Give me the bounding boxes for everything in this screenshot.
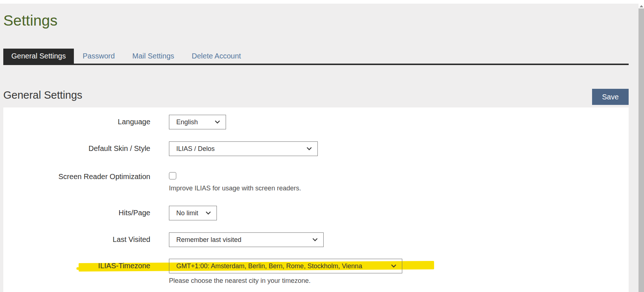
chevron-down-icon [312,238,318,242]
form-row-timezone: ILIAS-Timezone GMT+1:00: Amsterdam, Berl… [3,259,629,285]
form-row-hits-page: Hits/Page No limit [3,206,629,220]
field-label-language: Language [3,115,150,126]
hits-page-select-value: No limit [176,209,198,217]
tab-password[interactable]: Password [74,49,124,64]
page-title: Settings [3,12,57,29]
tab-mail-settings[interactable]: Mail Settings [124,49,183,64]
vertical-scrollbar[interactable] [639,4,644,292]
form-row-skin-style: Default Skin / Style ILIAS / Delos [3,141,629,156]
language-select-value: English [176,118,198,126]
scrollbar-up-button[interactable] [639,4,644,8]
field-label-timezone: ILIAS-Timezone [3,259,150,270]
chevron-down-icon [215,120,220,124]
chevron-down-icon [306,147,312,151]
timezone-byline: Please choose the nearest city in your t… [169,277,402,285]
form-row-language: Language English [3,115,629,129]
chevron-down-icon [206,211,211,215]
screen-reader-checkbox[interactable] [169,172,176,179]
skin-style-select[interactable]: ILIAS / Delos [169,141,318,156]
skin-style-select-value: ILIAS / Delos [176,145,215,153]
language-select[interactable]: English [169,115,226,129]
save-button[interactable]: Save [592,89,629,105]
chevron-down-icon [391,264,396,268]
timezone-select-value: GMT+1:00: Amsterdam, Berlin, Bern, Rome,… [176,262,362,270]
general-settings-form: Language English Default Skin / Style IL… [3,107,629,292]
timezone-select[interactable]: GMT+1:00: Amsterdam, Berlin, Bern, Rome,… [169,259,402,273]
scrollbar-thumb[interactable] [639,8,644,292]
tab-bar: General Settings Password Mail Settings … [3,49,629,65]
tab-general-settings[interactable]: General Settings [3,49,74,64]
triangle-up-icon [640,5,643,7]
field-label-skin-style: Default Skin / Style [3,141,150,153]
hits-page-select[interactable]: No limit [169,206,217,220]
last-visited-select[interactable]: Remember last visited [169,232,324,247]
form-row-screen-reader: Screen Reader Optimization Improve ILIAS… [3,172,629,192]
last-visited-select-value: Remember last visited [176,236,241,244]
form-row-last-visited: Last Visited Remember last visited [3,232,629,247]
tab-delete-account[interactable]: Delete Account [183,49,250,64]
section-header: General Settings Save [3,88,629,105]
field-label-screen-reader: Screen Reader Optimization [3,172,150,181]
field-label-hits-page: Hits/Page [3,206,150,217]
screen-reader-byline: Improve ILIAS for usage with screen read… [169,185,301,192]
main-content: Settings General Settings Password Mail … [3,0,629,292]
section-title: General Settings [3,89,82,101]
field-label-last-visited: Last Visited [3,232,150,244]
